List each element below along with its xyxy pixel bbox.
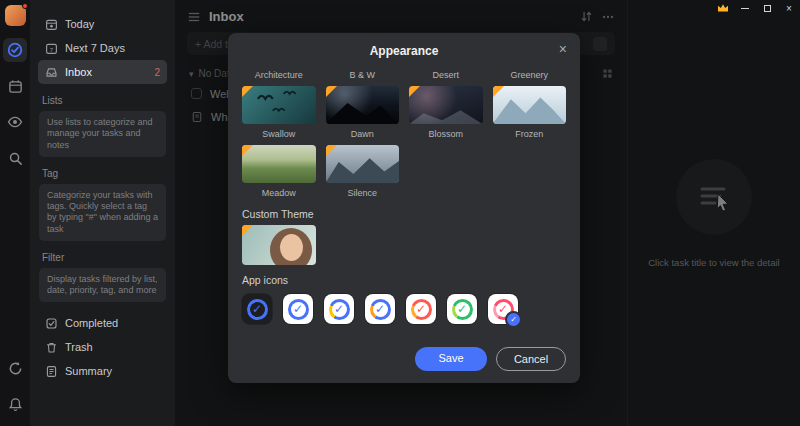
sidebar-item-label: Next 7 Days [65, 42, 125, 54]
premium-corner-icon [326, 86, 337, 97]
theme-label: Frozen [493, 127, 567, 140]
bell-icon[interactable] [3, 392, 27, 416]
notification-dot [22, 3, 28, 9]
app-icons-row: ✓ ✓ ✓ ✓ ✓ ✓ ✓ [242, 294, 566, 324]
theme-thumbs-row-1 [242, 81, 566, 127]
check-glyph: ✓ [288, 299, 309, 320]
app-icon-option-3[interactable]: ✓ [324, 294, 354, 324]
eye-icon[interactable] [3, 110, 27, 134]
section-tag[interactable]: Tag [42, 168, 163, 179]
sidebar: Today 7 Next 7 Days Inbox 2 Lists Use li… [30, 0, 175, 426]
theme-label: Architecture [242, 68, 316, 81]
tasks-check-icon[interactable] [3, 38, 27, 62]
summary-icon [45, 365, 58, 378]
theme-thumbs-row-2 [242, 140, 566, 186]
theme-labels-row-offscreen: Architecture B & W Desert Greenery [242, 68, 566, 81]
completed-icon [45, 317, 58, 330]
app-icon-option-2[interactable]: ✓ [283, 294, 313, 324]
section-filter[interactable]: Filter [42, 252, 163, 263]
app-icons-heading: App icons [242, 274, 566, 286]
app-icon-option-7[interactable]: ✓ [488, 294, 518, 324]
sidebar-item-summary[interactable]: Summary [38, 359, 167, 383]
close-window-button[interactable]: × [778, 1, 800, 16]
custom-theme-thumb[interactable] [242, 225, 316, 265]
custom-theme-heading: Custom Theme [242, 208, 566, 220]
check-glyph: ✓ [247, 299, 268, 320]
window-titlebar: × [712, 0, 800, 16]
close-dialog-icon[interactable]: × [559, 42, 567, 56]
section-lists[interactable]: Lists [42, 95, 163, 106]
filter-hint: Display tasks filtered by list, date, pr… [39, 268, 166, 303]
premium-corner-icon [409, 86, 420, 97]
theme-thumb-blossom[interactable] [409, 86, 483, 124]
calendar-icon[interactable] [3, 74, 27, 98]
avatar[interactable] [5, 5, 26, 26]
app-icon-option-1[interactable]: ✓ [242, 294, 272, 324]
theme-thumb-dawn[interactable] [326, 86, 400, 124]
lists-hint: Use lists to categorize and manage your … [39, 111, 166, 157]
next7days-icon: 7 [45, 42, 58, 55]
sync-icon[interactable] [3, 356, 27, 380]
sidebar-item-completed[interactable]: Completed [38, 311, 167, 335]
sidebar-item-label: Completed [65, 317, 118, 329]
theme-label: Swallow [242, 127, 316, 140]
sidebar-item-trash[interactable]: Trash [38, 335, 167, 359]
cancel-button[interactable]: Cancel [496, 347, 566, 371]
sidebar-item-label: Summary [65, 365, 112, 377]
inbox-icon [45, 66, 58, 79]
premium-crown-icon[interactable] [712, 1, 734, 16]
sidebar-item-today[interactable]: Today [38, 12, 167, 36]
maximize-button[interactable] [756, 1, 778, 16]
check-glyph: ✓ [493, 299, 514, 320]
tag-hint: Categorize your tasks with tags. Quickly… [39, 184, 166, 241]
save-button[interactable]: Save [415, 347, 487, 371]
app-icon-option-4[interactable]: ✓ [365, 294, 395, 324]
sidebar-item-label: Inbox [65, 66, 92, 78]
minimize-button[interactable] [734, 1, 756, 16]
check-glyph: ✓ [411, 299, 432, 320]
appearance-dialog: Appearance × Architecture B & W Desert G… [228, 33, 580, 383]
theme-label: Blossom [409, 127, 483, 140]
theme-labels-row-1: Swallow Dawn Blossom Frozen [242, 127, 566, 140]
sidebar-item-label: Today [65, 18, 94, 30]
theme-thumb-swallow[interactable] [242, 86, 316, 124]
check-glyph: ✓ [329, 299, 350, 320]
dialog-body: Architecture B & W Desert Greenery [228, 66, 580, 337]
trash-icon [45, 341, 58, 354]
today-icon [45, 18, 58, 31]
dialog-title: Appearance [228, 44, 580, 58]
theme-label: Desert [409, 68, 483, 81]
inbox-count-badge: 2 [154, 67, 160, 78]
sidebar-item-inbox[interactable]: Inbox 2 [38, 60, 167, 84]
app-rail [0, 0, 30, 426]
check-glyph: ✓ [370, 299, 391, 320]
theme-thumb-meadow[interactable] [242, 145, 316, 183]
theme-label: Silence [326, 186, 400, 199]
theme-labels-row-2: Meadow Silence [242, 186, 566, 199]
dialog-footer: Save Cancel [228, 337, 580, 383]
svg-text:7: 7 [50, 46, 54, 53]
premium-corner-icon [326, 145, 337, 156]
premium-corner-icon [493, 86, 504, 97]
app-icon-option-5[interactable]: ✓ [406, 294, 436, 324]
premium-corner-icon [242, 225, 253, 236]
search-icon[interactable] [3, 146, 27, 170]
theme-label: B & W [326, 68, 400, 81]
theme-label: Dawn [326, 127, 400, 140]
premium-corner-icon [242, 145, 253, 156]
app-icon-option-6[interactable]: ✓ [447, 294, 477, 324]
theme-thumb-silence[interactable] [326, 145, 400, 183]
theme-label: Greenery [493, 68, 567, 81]
dialog-header: Appearance × [228, 33, 580, 66]
sidebar-item-label: Trash [65, 341, 93, 353]
theme-label: Meadow [242, 186, 316, 199]
theme-thumb-frozen[interactable] [493, 86, 567, 124]
check-glyph: ✓ [452, 299, 473, 320]
premium-corner-icon [242, 86, 253, 97]
sidebar-item-next7days[interactable]: 7 Next 7 Days [38, 36, 167, 60]
